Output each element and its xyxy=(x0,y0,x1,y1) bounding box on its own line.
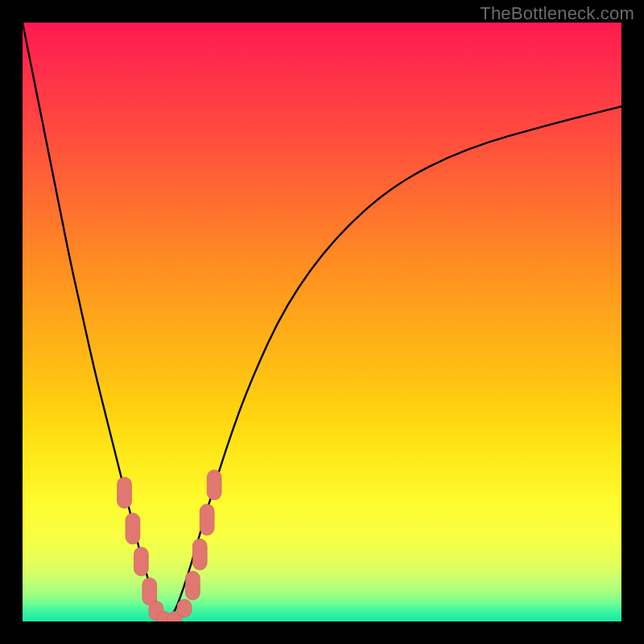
curve-marker xyxy=(177,600,192,617)
chart-svg xyxy=(23,23,621,621)
curve-marker xyxy=(118,477,132,509)
curve-marker xyxy=(200,504,214,535)
curve-marker xyxy=(134,547,148,576)
bottleneck-curve xyxy=(23,23,621,617)
curve-marker xyxy=(126,513,140,544)
curve-marker xyxy=(207,470,221,500)
curve-marker xyxy=(192,539,207,570)
watermark-text: TheBottleneck.com xyxy=(480,3,634,24)
curve-marker xyxy=(185,572,200,601)
curve-markers xyxy=(118,470,222,621)
chart-frame xyxy=(23,23,621,621)
